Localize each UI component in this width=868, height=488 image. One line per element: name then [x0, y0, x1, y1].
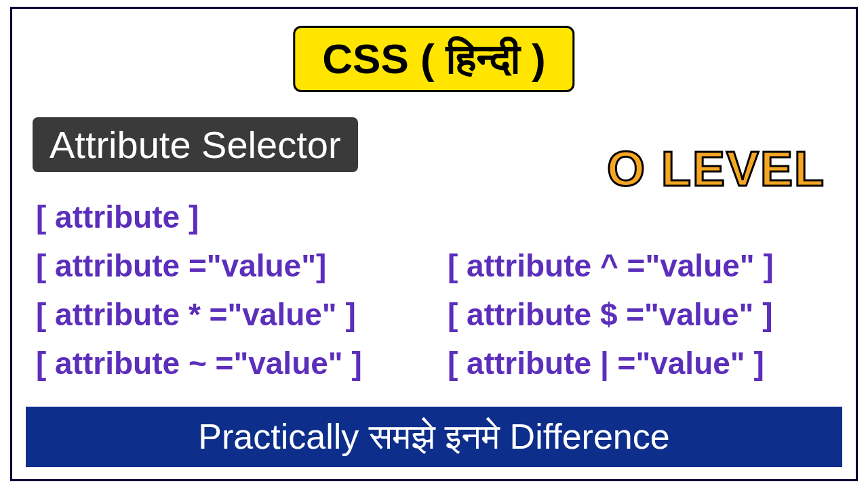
selector-equals: [ attribute ="value"]: [36, 247, 420, 284]
selector-caret: [ attribute ^ ="value" ]: [448, 247, 832, 284]
title-text: CSS ( हिन्दी ): [322, 35, 545, 82]
title-badge: CSS ( हिन्दी ): [293, 26, 574, 92]
level-badge: O LEVEL: [607, 141, 825, 197]
footer-text: Practically समझे इनमे Difference: [198, 417, 669, 456]
selector-dollar: [ attribute $ ="value" ]: [448, 296, 832, 333]
level-text: O LEVEL: [607, 142, 825, 196]
selector-attribute: [ attribute ]: [36, 199, 832, 235]
subtitle-badge: Attribute Selector: [33, 117, 358, 172]
content-frame: CSS ( हिन्दी ) Attribute Selector O LEVE…: [10, 7, 858, 481]
footer-bar: Practically समझे इनमे Difference: [26, 407, 842, 467]
subtitle-text: Attribute Selector: [50, 123, 341, 166]
selector-pipe: [ attribute | ="value" ]: [448, 345, 832, 382]
selector-tilde: [ attribute ~ ="value" ]: [36, 345, 420, 382]
selector-star: [ attribute * ="value" ]: [36, 296, 420, 333]
selectors-grid: [ attribute ] [ attribute ="value"] [ at…: [36, 199, 832, 382]
